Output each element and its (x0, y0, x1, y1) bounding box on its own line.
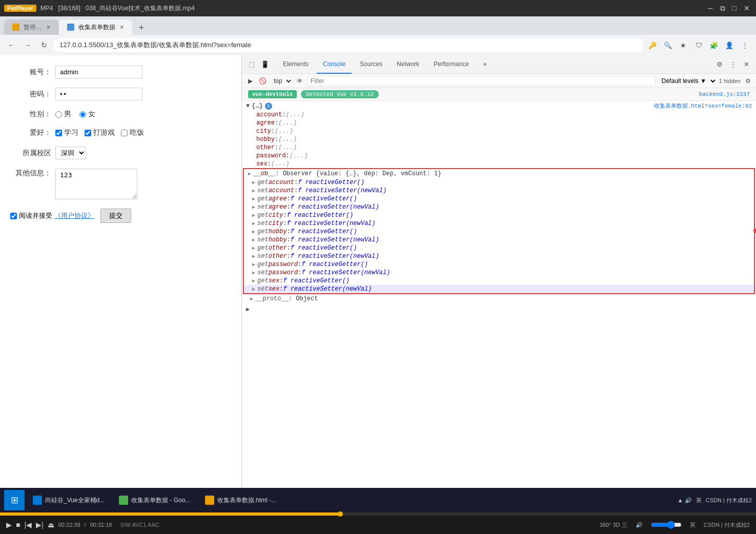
hobby-game-label[interactable]: 打游戏 (85, 128, 115, 137)
get-account-expand[interactable]: ▶ (252, 179, 255, 186)
key-icon[interactable]: 🔑 (645, 38, 660, 52)
other-textarea[interactable]: 123 (55, 169, 137, 199)
hobby-game-text: 打游戏 (93, 128, 115, 137)
agree-label[interactable]: 阅读并接受 《用户协议》 (10, 211, 94, 220)
next-button[interactable]: ▶| (36, 521, 44, 529)
extension-icon[interactable]: 🛡 (691, 38, 706, 52)
taskbar-item-editor[interactable]: 收集表单数据.html -... (199, 490, 282, 510)
lang-display: 英 (690, 521, 696, 529)
gender-male-label[interactable]: 男 (55, 110, 71, 119)
play-button[interactable]: ▶ (6, 521, 12, 529)
browser-tab-1[interactable]: 暂停… ✕ (4, 19, 59, 35)
settings-icon[interactable]: ⚙ (714, 59, 725, 70)
minimize-btn[interactable]: ─ (706, 4, 715, 13)
person-icon[interactable]: 👤 (722, 38, 737, 52)
tab-close-1[interactable]: ✕ (46, 24, 51, 31)
info-icon[interactable]: i (265, 102, 272, 110)
maximize-btn[interactable]: □ (730, 4, 739, 13)
context-selector[interactable]: top (270, 76, 293, 86)
more-options-icon[interactable]: ⋮ (727, 59, 739, 70)
account-input[interactable] (55, 66, 142, 78)
password-input[interactable] (55, 88, 142, 100)
tab-title-1: 暂停… (24, 23, 42, 32)
file-ref[interactable]: 收集表单数据.html?sex=female:92 (654, 102, 752, 110)
object-properties: account : (...) agree : (...) city : (242, 111, 756, 168)
new-tab-button[interactable]: + (134, 20, 149, 35)
back-button[interactable]: ← (4, 38, 18, 52)
block-icon[interactable]: 🚫 (257, 76, 268, 86)
puzzle-icon[interactable]: 🧩 (707, 38, 721, 52)
taskbar-item-word[interactable]: 尚硅谷_Vue全家桶d... (27, 490, 111, 510)
gender-female-label[interactable]: 女 (79, 110, 95, 119)
tab-more[interactable]: » (477, 55, 493, 74)
start-button[interactable]: ⊞ (4, 490, 25, 510)
taskbar-tray-icons: ▲ 🔊 (678, 497, 692, 504)
webpage: 账号： 密码： 性别： 男 (0, 55, 242, 534)
get-sex: ▶ get sex : f reactiveGetter() (244, 277, 754, 285)
prev-button[interactable]: |◀ (24, 521, 32, 529)
backend-ref[interactable]: backend.js:2237 (699, 91, 750, 97)
console-toolbar: ▶ 🚫 top 👁 Default levels ▼ 1 hidden ⚙ (242, 74, 756, 88)
ob-expand[interactable]: ▶ (248, 171, 251, 177)
address-bar: ← → ↻ 🔑 🔍 ★ 🛡 🧩 👤 ⋮ (0, 35, 756, 55)
other-label: 其他信息： (10, 169, 51, 178)
set-account-expand[interactable]: ▶ (252, 188, 255, 194)
agree-link[interactable]: 《用户协议》 (54, 211, 94, 220)
hobby-eat-label[interactable]: 吃饭 (121, 128, 144, 137)
forward-button[interactable]: → (21, 38, 35, 52)
tab-performance[interactable]: Performance (427, 55, 475, 74)
browser-tab-2[interactable]: 收集表单数据 ✕ (59, 19, 132, 35)
gender-female-radio[interactable] (79, 111, 86, 118)
account-label: 账号： (10, 68, 51, 77)
tab-bar: 暂停… ✕ 收集表单数据 ✕ + (0, 16, 756, 35)
bookmark-icon[interactable]: ★ (676, 38, 690, 52)
hobby-study-checkbox[interactable] (55, 130, 62, 136)
taskbar-lang: 英 (696, 497, 702, 504)
devtools-close-icon[interactable]: ✕ (741, 59, 752, 70)
submit-button[interactable]: 提交 (100, 209, 131, 223)
url-input[interactable] (53, 38, 643, 52)
menu-icon[interactable]: ⋮ (738, 38, 752, 52)
gender-male-text: 男 (64, 110, 71, 119)
tab-favicon-2 (67, 24, 74, 31)
volume-slider[interactable] (651, 521, 682, 529)
tab-console[interactable]: Console (317, 55, 352, 74)
device-icon[interactable]: 📱 (259, 59, 271, 70)
prop-city: city : (...) (252, 127, 756, 135)
run-icon[interactable]: ▶ (245, 76, 255, 86)
windowsize-btn[interactable]: ⧉ (718, 4, 727, 13)
tab-close-2[interactable]: ✕ (119, 24, 124, 31)
eject-button[interactable]: ⏏ (48, 521, 54, 529)
volume-icon[interactable]: 🔊 (636, 522, 643, 528)
inspect-icon[interactable]: ⬚ (246, 59, 257, 70)
media-right-info: 360° 3D 三 (600, 521, 627, 529)
levels-selector[interactable]: Default levels ▼ (658, 76, 717, 86)
title-bar-left: PotPlayer MP4 [38/168] 038_尚硅谷Vue技术_收集表单… (4, 4, 195, 13)
gender-label: 性别： (10, 110, 51, 119)
zoom-icon[interactable]: 🔍 (661, 38, 675, 52)
eye-icon[interactable]: 👁 (295, 76, 305, 86)
tab-sources[interactable]: Sources (354, 55, 389, 74)
tab-network[interactable]: Network (391, 55, 425, 74)
tab-elements[interactable]: Elements (277, 55, 315, 74)
object-label: {…} (252, 102, 263, 110)
hobby-study-label[interactable]: 学习 (55, 128, 78, 137)
taskbar-item-chrome[interactable]: 收集表单数据 - Goo... (113, 490, 196, 510)
close-btn[interactable]: ✕ (742, 4, 752, 13)
hobby-eat-checkbox[interactable] (121, 130, 128, 136)
hobby-game-checkbox[interactable] (85, 130, 91, 136)
refresh-button[interactable]: ↻ (37, 38, 51, 52)
hobby-study-text: 学习 (64, 128, 78, 137)
stop-button[interactable]: ■ (16, 521, 20, 529)
expand-arrow-root[interactable]: ▼ (246, 102, 250, 110)
filter-input[interactable] (307, 76, 656, 86)
gender-male-radio[interactable] (55, 111, 62, 118)
prop-hobby: hobby : (...) (252, 135, 756, 143)
devtools-header: ⬚ 📱 Elements Console Sources Network (242, 55, 756, 74)
settings-gear-icon[interactable]: ⚙ (743, 76, 753, 86)
vue-detected-badge: Detected Vue v2.6.12 (301, 90, 379, 98)
agree-checkbox[interactable] (10, 213, 17, 219)
taskbar-word-label: 尚硅谷_Vue全家桶d... (45, 496, 105, 505)
progress-bar-container[interactable] (0, 512, 756, 516)
campus-select[interactable]: 北京 上海 深圳 武汉 (55, 147, 86, 159)
